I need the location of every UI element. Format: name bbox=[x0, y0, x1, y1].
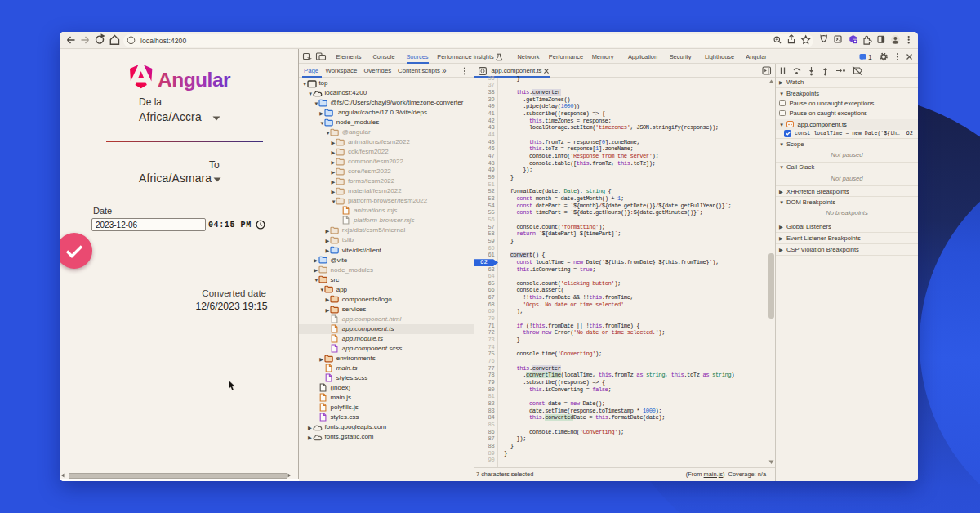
svg-text:Angular: Angular bbox=[158, 69, 231, 91]
svg-text:1: 1 bbox=[868, 53, 872, 61]
